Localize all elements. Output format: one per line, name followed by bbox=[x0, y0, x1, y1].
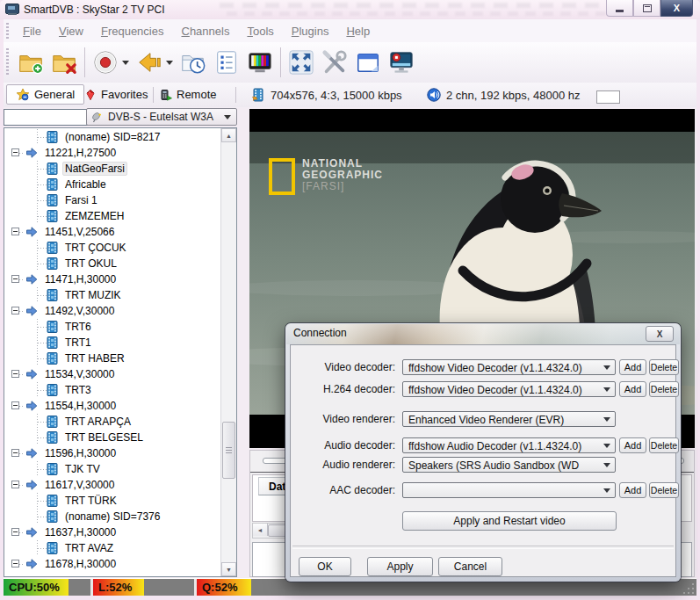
add-button[interactable]: Add bbox=[619, 437, 646, 453]
menu-tools[interactable]: Tools bbox=[238, 22, 282, 40]
back-dropdown-icon[interactable] bbox=[166, 61, 173, 65]
settings-button[interactable] bbox=[318, 46, 351, 79]
tree-transponder-row[interactable]: 11221,H,27500 bbox=[4, 145, 221, 161]
scroll-down-button[interactable]: ▼ bbox=[221, 562, 236, 576]
tree-transponder-row[interactable]: 11554,H,30000 bbox=[4, 398, 221, 414]
tree-channel-row[interactable]: Africable bbox=[4, 177, 221, 192]
tree-channel-row[interactable]: TRT HABER bbox=[4, 351, 221, 366]
ok-button[interactable]: OK bbox=[299, 557, 351, 576]
channel-list-button[interactable] bbox=[210, 46, 243, 79]
tree-channel-row[interactable]: TRT1 bbox=[4, 335, 221, 351]
tree-channel-row[interactable]: TRT TÜRK bbox=[4, 493, 221, 509]
tree-transponder-row[interactable]: 11471,H,30000 bbox=[4, 271, 221, 287]
decoder-combo[interactable]: ffdshow Video Decoder (v1.1.4324.0) bbox=[402, 359, 616, 375]
decoder-combo[interactable]: Speakers (SRS Audio Sandbox (WD bbox=[402, 457, 616, 473]
tab-general[interactable]: General bbox=[6, 84, 84, 105]
dialog-close-button[interactable]: X bbox=[646, 326, 674, 342]
tree-channel-row[interactable]: TRT ARAPÇA bbox=[4, 414, 221, 430]
tree-channel-row[interactable]: (noname) SID=7376 bbox=[4, 509, 221, 524]
decoder-combo[interactable]: ffdshow Audio Decoder (v1.1.4324.0) bbox=[402, 437, 616, 453]
tree-transponder-row[interactable]: 11534,V,30000 bbox=[4, 366, 221, 382]
collapse-toggle[interactable] bbox=[11, 560, 19, 567]
menu-plugins[interactable]: Plugins bbox=[283, 22, 338, 40]
apply-restart-button[interactable]: Apply and Restart video bbox=[402, 511, 617, 531]
tree-channel-row[interactable]: TRT6 bbox=[4, 319, 221, 335]
collapse-toggle[interactable] bbox=[11, 307, 19, 314]
decoder-combo-value: ffdshow Video Decoder (v1.1.4324.0) bbox=[408, 384, 597, 396]
tree-channel-row[interactable]: TRT AVAZ bbox=[4, 540, 221, 556]
source-combo[interactable]: DVB-S - Eutelsat W3A bbox=[86, 108, 237, 126]
tree-channel-row[interactable]: TJK TV bbox=[4, 461, 221, 477]
channel-film-icon bbox=[47, 463, 58, 475]
apply-button[interactable]: Apply bbox=[367, 557, 433, 576]
close-button[interactable]: X bbox=[660, 0, 693, 17]
timeshift-button[interactable] bbox=[177, 46, 210, 79]
collapse-toggle[interactable] bbox=[11, 449, 19, 457]
decoder-row-label: Audio decoder: bbox=[291, 439, 395, 452]
delete-button[interactable]: Delete bbox=[649, 437, 679, 453]
tree-transponder-row[interactable]: 11678,H,30000 bbox=[4, 556, 221, 572]
tree-channel-row[interactable]: TRT ÇOCUK bbox=[4, 240, 221, 256]
menubar-grip[interactable] bbox=[6, 23, 9, 39]
tree-scrollbar[interactable]: ▲ ▼ bbox=[220, 128, 236, 576]
minimize-button[interactable] bbox=[606, 0, 633, 17]
decoder-combo[interactable]: Enhanced Video Renderer (EVR) bbox=[402, 411, 616, 427]
delete-button[interactable]: Delete bbox=[649, 381, 679, 397]
channel-search-input[interactable] bbox=[4, 109, 88, 126]
collapse-toggle[interactable] bbox=[11, 401, 19, 409]
fullscreen-button[interactable] bbox=[285, 46, 318, 79]
scroll-left-button[interactable]: ◄ bbox=[253, 524, 268, 536]
add-folder-button[interactable] bbox=[14, 46, 47, 79]
decoder-combo[interactable] bbox=[402, 482, 616, 498]
record-dropdown-icon[interactable] bbox=[122, 61, 129, 65]
tree-channel-row[interactable]: NatGeoFarsi bbox=[4, 161, 221, 177]
screen-record-button[interactable] bbox=[385, 46, 418, 79]
menu-channels[interactable]: Channels bbox=[172, 22, 238, 40]
menu-frequencies[interactable]: Frequencies bbox=[92, 22, 173, 40]
tab-separator bbox=[153, 87, 154, 103]
tree-transponder-row[interactable]: 11451,V,25066 bbox=[4, 224, 221, 240]
collapse-toggle[interactable] bbox=[11, 528, 19, 536]
add-button[interactable]: Add bbox=[619, 359, 646, 375]
record-button[interactable] bbox=[89, 46, 122, 79]
tv-test-button[interactable] bbox=[243, 46, 277, 79]
maximize-button[interactable] bbox=[633, 0, 660, 17]
collapse-toggle[interactable] bbox=[11, 370, 19, 378]
resize-grip[interactable] bbox=[682, 582, 694, 594]
collapse-toggle[interactable] bbox=[11, 228, 19, 235]
scroll-up-button[interactable]: ▲ bbox=[221, 128, 236, 142]
tree-channel-row[interactable]: ZEMZEMEH bbox=[4, 208, 221, 224]
tree-transponder-row[interactable]: 11617,V,30000 bbox=[4, 477, 221, 493]
tree-scroll-thumb[interactable] bbox=[222, 422, 235, 479]
tree-channel-row[interactable]: TRT MUZIK bbox=[4, 287, 221, 303]
delete-button[interactable]: Delete bbox=[649, 359, 679, 375]
cancel-button[interactable]: Cancel bbox=[438, 557, 502, 576]
tree-transponder-row[interactable]: 11637,H,30000 bbox=[4, 524, 221, 540]
tree-transponder-row[interactable]: 11596,H,30000 bbox=[4, 445, 221, 461]
tab-favorites[interactable]: Favorites bbox=[84, 84, 148, 105]
collapse-toggle[interactable] bbox=[11, 275, 19, 283]
collapse-toggle[interactable] bbox=[11, 148, 19, 156]
tree-transponder-row[interactable]: 11492,V,30000 bbox=[4, 303, 221, 319]
collapse-toggle[interactable] bbox=[11, 481, 19, 488]
tab-remote[interactable]: Remote bbox=[160, 84, 217, 105]
menu-view[interactable]: View bbox=[50, 22, 92, 40]
tree-channel-row[interactable]: Farsi 1 bbox=[4, 192, 221, 208]
channel-film-icon bbox=[47, 210, 58, 222]
tree-item-label: (noname) SID=7376 bbox=[62, 510, 162, 524]
remove-folder-button[interactable] bbox=[47, 46, 81, 79]
toolbar-grip[interactable] bbox=[6, 48, 9, 76]
new-window-button[interactable] bbox=[351, 46, 385, 79]
tree-channel-row[interactable]: TRT3 bbox=[4, 382, 221, 398]
menu-help[interactable]: Help bbox=[337, 22, 379, 40]
add-button[interactable]: Add bbox=[619, 482, 646, 498]
add-button[interactable]: Add bbox=[619, 381, 646, 397]
menu-file[interactable]: File bbox=[14, 22, 50, 40]
tree-channel-row[interactable]: TRT BELGESEL bbox=[4, 430, 221, 445]
tree-channel-row[interactable]: TRT OKUL bbox=[4, 256, 221, 271]
tree-channel-row[interactable]: (noname) SID=8217 bbox=[4, 129, 221, 145]
delete-button[interactable]: Delete bbox=[649, 482, 679, 498]
decoder-combo[interactable]: ffdshow Video Decoder (v1.1.4324.0) bbox=[402, 381, 616, 397]
back-button[interactable] bbox=[133, 46, 166, 79]
channel-film-icon bbox=[47, 495, 58, 507]
